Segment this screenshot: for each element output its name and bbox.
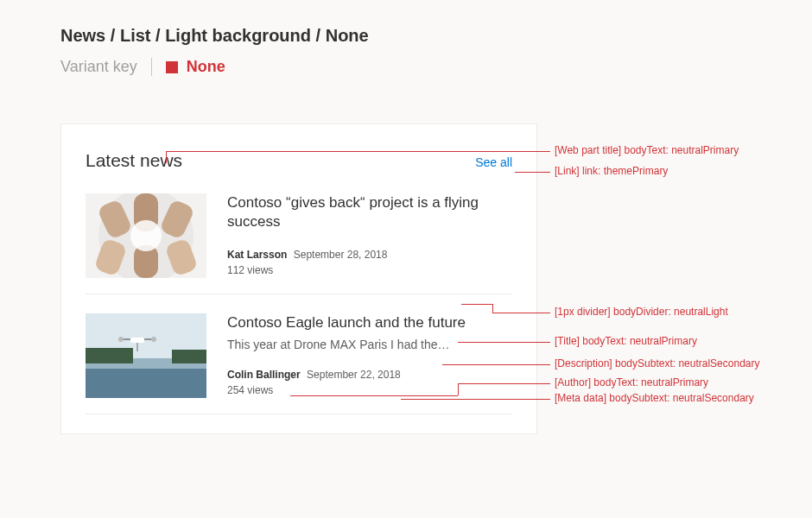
news-item-date: September 28, 2018 <box>294 249 388 261</box>
news-item-author: Kat Larsson <box>227 249 287 261</box>
news-list-item[interactable]: Contoso “gives back“ project is a flying… <box>86 186 512 294</box>
news-card: Latest news See all Contoso “gives bac <box>60 123 537 434</box>
svg-point-17 <box>118 337 124 342</box>
news-item-title: Contoso Eagle launch and the future <box>227 313 512 332</box>
news-item-meta: Kat Larsson September 28, 2018 112 views <box>227 238 512 278</box>
variant-key-label: Variant key <box>60 58 152 76</box>
news-item-views: 112 views <box>227 262 512 278</box>
news-item-title: Contoso “gives back“ project is a flying… <box>227 193 512 231</box>
svg-rect-12 <box>86 348 133 363</box>
variant-name: None <box>187 58 225 76</box>
breadcrumb: News / List / Light background / None <box>60 26 812 46</box>
news-item-body: Contoso Eagle launch and the future This… <box>227 313 512 398</box>
page-header: News / List / Light background / None Va… <box>0 0 812 76</box>
news-item-date: September 22, 2018 <box>307 369 401 381</box>
svg-point-18 <box>151 337 156 342</box>
variant-key-row: Variant key None <box>60 58 812 76</box>
news-item-description: This year at Drone MAX Paris I had the… <box>227 338 512 351</box>
news-item-body: Contoso “gives back“ project is a flying… <box>227 193 512 278</box>
news-item-author: Colin Ballinger <box>227 369 301 381</box>
card-header: Latest news See all <box>86 150 512 171</box>
news-thumbnail <box>86 193 206 278</box>
variant-swatch <box>166 61 178 73</box>
svg-rect-10 <box>86 365 206 398</box>
svg-rect-13 <box>172 350 206 363</box>
svg-rect-14 <box>130 338 144 343</box>
news-thumbnail <box>86 313 206 398</box>
svg-point-8 <box>130 220 162 251</box>
see-all-link[interactable]: See all <box>475 155 512 169</box>
web-part-title: Latest news <box>86 150 182 171</box>
